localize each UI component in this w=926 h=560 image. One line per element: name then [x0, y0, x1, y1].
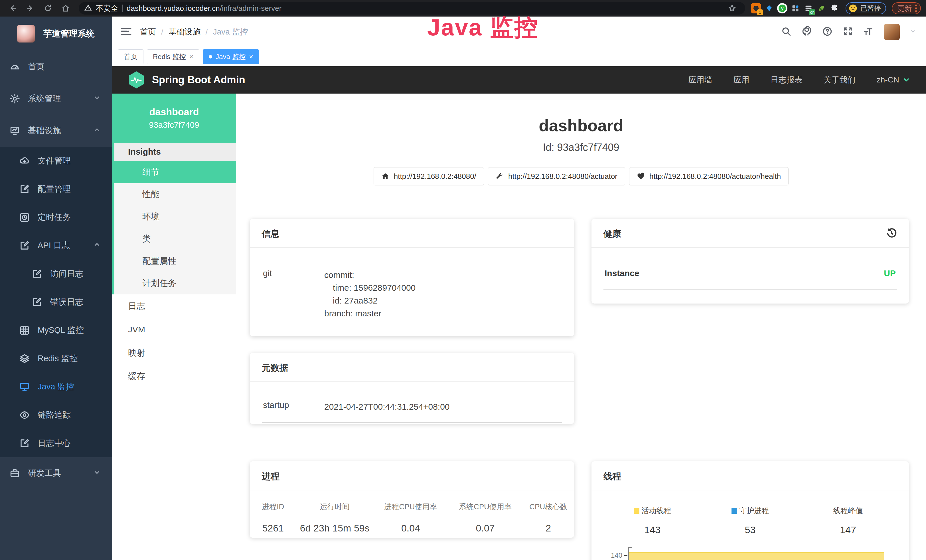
- search-icon[interactable]: [781, 26, 791, 38]
- ext-icon-tabs-on[interactable]: on: [803, 3, 814, 14]
- insights-item-classes[interactable]: 类: [114, 228, 236, 250]
- sba-brand[interactable]: Spring Boot Admin: [128, 71, 245, 89]
- insights-item-details[interactable]: 细节: [114, 161, 236, 183]
- menu-item-mappings[interactable]: 映射: [112, 341, 236, 365]
- app-logo-row: 芋道管理系统: [0, 17, 112, 51]
- metadata-card: 元数据 startup 2021-04-27T00:44:31.254+08:0…: [250, 353, 574, 424]
- gear-icon: [10, 94, 20, 104]
- menu-item-logs[interactable]: 日志: [112, 294, 236, 318]
- clock-square-icon: [20, 212, 30, 222]
- browser-menu-icon[interactable]: [915, 5, 917, 12]
- insights-item-metrics[interactable]: 性能: [114, 183, 236, 206]
- font-size-icon[interactable]: [863, 26, 873, 38]
- health-card: 健康 Instance UP: [592, 219, 909, 304]
- collapse-menu-icon[interactable]: [120, 26, 132, 38]
- breadcrumb-infra[interactable]: 基础设施: [156, 27, 200, 37]
- menu-item-caches[interactable]: 缓存: [112, 365, 236, 388]
- ext-icon-green-circle[interactable]: y: [777, 3, 787, 14]
- address-bar[interactable]: 不安全 dashboard.yudao.iocoder.cn/infra/adm…: [79, 2, 745, 15]
- sba-nav-applications[interactable]: 应用: [734, 74, 749, 85]
- legend-live-threads: 活动线程: [604, 506, 701, 516]
- ext-badge-count: 1: [757, 9, 763, 15]
- sidebar-item-redis[interactable]: Redis 监控: [0, 344, 112, 372]
- metadata-startup-row: startup 2021-04-27T00:44:31.254+08:00: [262, 390, 562, 423]
- fullscreen-icon[interactable]: [843, 26, 853, 38]
- sidebar-item-mysql[interactable]: MySQL 监控: [0, 316, 112, 344]
- app-logo-image: [17, 25, 35, 42]
- back-icon[interactable]: [5, 2, 20, 15]
- chevron-up-icon: [93, 241, 101, 250]
- process-header-system-cpu: 系统CPU使用率: [448, 502, 523, 512]
- insights-item-environment[interactable]: 环境: [114, 206, 236, 228]
- tab-java-monitor[interactable]: Java 监控 ×: [203, 49, 259, 64]
- forward-icon[interactable]: [23, 2, 38, 15]
- insights-group-label: Insights: [114, 143, 236, 161]
- sidebar-item-error-log[interactable]: 错误日志: [0, 288, 112, 316]
- monitor-icon: [20, 382, 30, 392]
- info-card: 信息 git commit: time: 1596289704000 id: 2…: [250, 219, 574, 336]
- close-icon[interactable]: ×: [189, 53, 194, 60]
- paused-extension-pill[interactable]: 已暂停: [846, 2, 886, 14]
- insights-item-scheduled-tasks[interactable]: 计划任务: [114, 272, 236, 294]
- sidebar-item-infra[interactable]: 基础设施: [0, 115, 112, 147]
- tab-redis-monitor[interactable]: Redis 监控 ×: [147, 49, 199, 64]
- insights-item-config-props[interactable]: 配置属性: [114, 250, 236, 272]
- health-url-button[interactable]: http://192.168.0.2:48080/actuator/health: [629, 167, 788, 185]
- ext-icon-orange[interactable]: 1: [751, 3, 761, 14]
- sba-logo-icon: [128, 71, 145, 89]
- insights-group: Insights 细节 性能 环境 类 配置属性 计划任务: [112, 143, 236, 294]
- info-card-title: 信息: [262, 228, 280, 240]
- instance-id: 93a3fc7f7409: [149, 120, 199, 130]
- threads-card: 线程 活动线程 守护进程: [592, 461, 909, 560]
- bookmark-star-icon[interactable]: [725, 2, 740, 15]
- url-divider: [122, 5, 123, 12]
- chevron-down-icon: [93, 469, 101, 478]
- ext-icon-leaf[interactable]: [817, 3, 827, 14]
- close-icon[interactable]: ×: [249, 53, 253, 60]
- sidebar-item-java-monitor[interactable]: Java 监控: [0, 372, 112, 401]
- ext-icon-pin[interactable]: [764, 3, 774, 14]
- help-icon[interactable]: [822, 26, 832, 38]
- sba-nav-wallboard[interactable]: 应用墙: [688, 74, 713, 85]
- sba-nav-journal[interactable]: 日志报表: [770, 74, 802, 85]
- page-id-line: Id: 93a3fc7f7409: [236, 141, 926, 153]
- warning-icon: [85, 4, 92, 12]
- sidebar-item-home[interactable]: 首页: [0, 51, 112, 83]
- metadata-row-label: startup: [263, 400, 324, 413]
- breadcrumb-home[interactable]: 首页: [140, 27, 156, 37]
- sidebar-item-tracing[interactable]: 链路追踪: [0, 401, 112, 429]
- sidebar-item-system[interactable]: 系统管理: [0, 83, 112, 115]
- sidebar-item-files[interactable]: 文件管理: [0, 147, 112, 175]
- process-header-cpus: CPU核心数: [523, 502, 574, 512]
- puzzle-extensions-icon[interactable]: [830, 3, 840, 14]
- chevron-down-icon: [93, 94, 101, 104]
- history-icon[interactable]: [886, 228, 897, 240]
- sidebar-item-jobs[interactable]: 定时任务: [0, 203, 112, 232]
- info-row-label: git: [263, 268, 324, 320]
- user-menu-caret-icon[interactable]: [910, 29, 916, 35]
- service-url-button[interactable]: http://192.168.0.2:48080/: [374, 167, 484, 185]
- user-avatar[interactable]: [884, 24, 900, 40]
- browser-update-button[interactable]: 更新: [892, 2, 921, 14]
- instance-header[interactable]: dashboard 93a3fc7f7409: [112, 94, 236, 143]
- menu-item-jvm[interactable]: JVM: [112, 318, 236, 341]
- sidebar-item-api-log[interactable]: API 日志: [0, 232, 112, 260]
- security-label[interactable]: 不安全: [96, 3, 118, 14]
- reload-icon[interactable]: [41, 2, 55, 15]
- github-icon[interactable]: [802, 26, 812, 38]
- sidebar-item-config[interactable]: 配置管理: [0, 175, 112, 203]
- sidebar-item-log-center[interactable]: 日志中心: [0, 429, 112, 457]
- ext-badge-on: on: [809, 9, 816, 15]
- sba-locale-select[interactable]: zh-CN: [877, 75, 910, 85]
- sidebar-item-dev-tools[interactable]: 研发工具: [0, 457, 112, 489]
- page-url[interactable]: dashboard.yudao.iocoder.cn/infra/admin-s…: [127, 4, 281, 13]
- sba-brand-title: Spring Boot Admin: [152, 74, 245, 86]
- tab-home[interactable]: 首页: [118, 49, 144, 64]
- sidebar-item-access-log[interactable]: 访问日志: [0, 260, 112, 288]
- actuator-url-button[interactable]: http://192.168.0.2:48080/actuator: [488, 167, 625, 185]
- legend-swatch-blue: [731, 508, 737, 514]
- layers-icon: [20, 353, 30, 364]
- ext-icon-grid[interactable]: [790, 3, 800, 14]
- sba-nav-about[interactable]: 关于我们: [824, 74, 856, 85]
- home-icon[interactable]: [58, 2, 73, 15]
